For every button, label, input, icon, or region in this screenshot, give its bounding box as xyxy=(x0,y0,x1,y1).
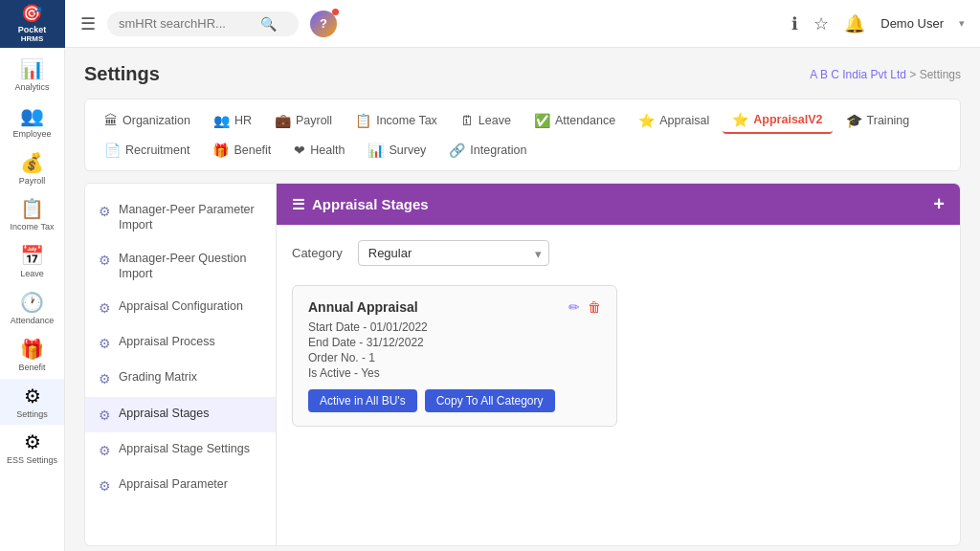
sidebar-item-analytics[interactable]: 📊 Analytics xyxy=(0,52,64,99)
category-label: Category xyxy=(292,246,343,260)
attendance-tab-icon: ✅ xyxy=(534,113,550,128)
nav-appraisal-stage-settings[interactable]: ⚙ Appraisal Stage Settings xyxy=(85,432,276,468)
section-header-icon: ☰ xyxy=(292,196,304,213)
sidebar-item-settings[interactable]: ⚙ Settings xyxy=(0,379,64,426)
hamburger-button[interactable]: ☰ xyxy=(80,13,96,34)
sidebar-label: Employee xyxy=(12,129,51,140)
tab-health[interactable]: ❤ Health xyxy=(284,138,354,163)
tab-recruitment[interactable]: 📄 Recruitment xyxy=(95,138,199,163)
tab-integration[interactable]: 🔗 Integration xyxy=(439,138,536,163)
attendance-icon: 🕐 xyxy=(20,291,44,314)
category-select-wrapper: Regular Probation Confirmation xyxy=(358,240,549,266)
sidebar-label: Benefit xyxy=(18,363,45,373)
nav-label: Manager-Peer Parameter Import xyxy=(119,202,262,233)
sidebar-item-income-tax[interactable]: 📋 Income Tax xyxy=(0,191,64,238)
sidebar-label: Settings xyxy=(16,409,48,420)
logo-text: 🎯 Pocket HRMS xyxy=(18,4,47,44)
organization-icon: 🏛 xyxy=(104,113,118,128)
income-tax-tab-icon: 📋 xyxy=(355,113,371,128)
tab-label: Training xyxy=(867,114,910,127)
card-edit-button[interactable]: ✏ xyxy=(568,299,580,315)
card-title: Annual Appraisal xyxy=(308,299,418,315)
tab-survey[interactable]: 📊 Survey xyxy=(358,138,435,163)
nav-label: Appraisal Stage Settings xyxy=(119,441,250,456)
tab-appraisalv2[interactable]: ⭐ AppraisalV2 xyxy=(723,107,832,134)
search-input[interactable] xyxy=(119,16,253,31)
user-menu[interactable]: Demo User xyxy=(880,16,944,31)
card-end-date: End Date - 31/12/2022 xyxy=(308,336,601,349)
inner-layout: ⚙ Manager-Peer Parameter Import ⚙ Manage… xyxy=(84,183,961,546)
search-icon: 🔍 xyxy=(260,16,277,32)
card-buttons: Active in All BU's Copy To All Category xyxy=(308,389,601,412)
sidebar-item-employee[interactable]: 👥 Employee xyxy=(0,99,64,145)
health-tab-icon: ❤ xyxy=(294,143,305,158)
sidebar-label: Attendance xyxy=(11,316,55,326)
nav-appraisal-config[interactable]: ⚙ Appraisal Configuration xyxy=(85,290,276,325)
page-header: Settings A B C India Pvt Ltd > Settings xyxy=(84,63,961,85)
tab-organization[interactable]: 🏛 Organization xyxy=(95,107,200,134)
nav-grading-matrix[interactable]: ⚙ Grading Matrix xyxy=(85,361,276,396)
card-order-no: Order No. - 1 xyxy=(308,351,601,364)
nav-manager-peer-question[interactable]: ⚙ Manager-Peer Question Import xyxy=(85,242,276,291)
recruitment-tab-icon: 📄 xyxy=(104,143,121,158)
star-icon[interactable]: ☆ xyxy=(813,13,829,34)
nav-label: Appraisal Stages xyxy=(119,406,210,421)
breadcrumb-separator: > xyxy=(909,68,919,81)
card-actions: ✏ 🗑 xyxy=(568,299,601,315)
copy-all-category-button[interactable]: Copy To All Category xyxy=(425,389,555,412)
nav-appraisal-process[interactable]: ⚙ Appraisal Process xyxy=(85,325,276,361)
tab-payroll[interactable]: 💼 Payroll xyxy=(265,107,342,134)
tab-label: Benefit xyxy=(234,143,271,157)
category-select[interactable]: Regular Probation Confirmation xyxy=(358,240,549,266)
add-stage-button[interactable]: + xyxy=(933,193,945,215)
tab-label: Leave xyxy=(479,114,511,127)
tab-leave[interactable]: 🗓 Leave xyxy=(451,107,521,134)
nav-icon: ⚙ xyxy=(99,203,111,220)
help-button[interactable]: ? xyxy=(310,11,337,37)
tab-benefit[interactable]: 🎁 Benefit xyxy=(203,138,280,163)
section-body: Category Regular Probation Confirmation xyxy=(277,225,960,442)
section-title: Appraisal Stages xyxy=(312,196,429,212)
topbar-right: ℹ ☆ 🔔 Demo User ▾ xyxy=(791,13,965,34)
user-dropdown-icon[interactable]: ▾ xyxy=(959,17,965,30)
appraisal-card: Annual Appraisal ✏ 🗑 Start Date - 01/01/… xyxy=(292,285,617,427)
sidebar-item-attendance[interactable]: 🕐 Attendance xyxy=(0,285,64,332)
ess-settings-icon: ⚙ xyxy=(24,430,41,453)
nav-icon: ⚙ xyxy=(99,335,111,352)
tab-label: Attendance xyxy=(555,114,615,127)
tab-appraisal[interactable]: ⭐ Appraisal xyxy=(629,107,719,134)
tab-hr[interactable]: 👥 HR xyxy=(204,107,261,134)
nav-icon: ⚙ xyxy=(99,299,111,317)
nav-appraisal-parameter[interactable]: ⚙ Appraisal Parameter xyxy=(85,468,276,503)
income-tax-icon: 📋 xyxy=(20,197,44,220)
nav-label: Appraisal Parameter xyxy=(119,476,228,492)
tab-training[interactable]: 🎓 Training xyxy=(836,107,920,134)
benefit-tab-icon: 🎁 xyxy=(212,143,229,158)
nav-icon: ⚙ xyxy=(99,407,111,424)
card-delete-button[interactable]: 🗑 xyxy=(588,299,601,315)
sidebar-item-benefit[interactable]: 🎁 Benefit xyxy=(0,332,64,379)
left-nav: ⚙ Manager-Peer Parameter Import ⚙ Manage… xyxy=(85,184,277,545)
sidebar-item-ess-settings[interactable]: ⚙ ESS Settings xyxy=(0,425,64,472)
info-icon[interactable]: ℹ xyxy=(791,13,798,34)
survey-tab-icon: 📊 xyxy=(368,143,384,158)
nav-appraisal-stages[interactable]: ⚙ Appraisal Stages xyxy=(85,397,276,432)
sidebar-item-payroll[interactable]: 💰 Payroll xyxy=(0,145,64,192)
main-area: ☰ 🔍 ? ℹ ☆ 🔔 Demo User ▾ Settings A B C I… xyxy=(65,0,980,551)
app-logo: 🎯 Pocket HRMS xyxy=(0,0,65,48)
tab-income-tax[interactable]: 📋 Income Tax xyxy=(345,107,447,134)
hr-icon: 👥 xyxy=(213,113,230,128)
category-row: Category Regular Probation Confirmation xyxy=(292,240,945,266)
sidebar-label: Leave xyxy=(20,269,44,279)
active-all-bu-button[interactable]: Active in All BU's xyxy=(308,389,417,412)
card-start-date: Start Date - 01/01/2022 xyxy=(308,320,601,334)
sidebar-item-leave[interactable]: 📅 Leave xyxy=(0,238,64,285)
notification-icon[interactable]: 🔔 xyxy=(844,13,865,34)
tab-label: Appraisal xyxy=(659,114,709,127)
settings-icon: ⚙ xyxy=(24,385,41,408)
breadcrumb-company[interactable]: A B C India Pvt Ltd xyxy=(810,68,906,81)
nav-manager-peer-param[interactable]: ⚙ Manager-Peer Parameter Import xyxy=(85,193,276,242)
tab-attendance[interactable]: ✅ Attendance xyxy=(524,107,625,134)
training-tab-icon: 🎓 xyxy=(846,113,862,128)
tab-label: Integration xyxy=(470,143,526,157)
